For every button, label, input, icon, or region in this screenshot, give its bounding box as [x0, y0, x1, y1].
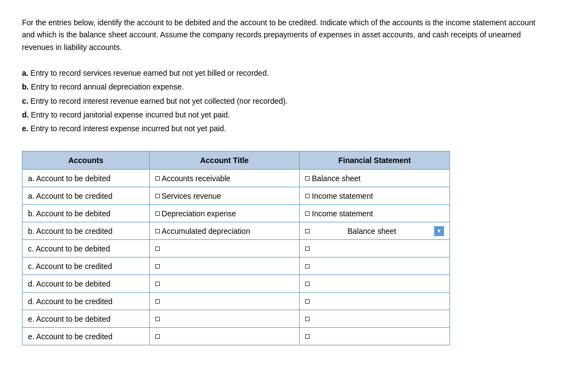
title-input[interactable]	[162, 315, 294, 323]
input-indicator-icon	[305, 264, 310, 268]
input-indicator-icon	[305, 211, 310, 216]
title-cell[interactable]	[149, 328, 300, 345]
input-indicator-icon	[305, 334, 310, 339]
entry-a: a. Entry to record services revenue earn…	[22, 66, 540, 80]
input-indicator-icon	[305, 247, 310, 251]
col-header-financial-statement: Financial Statement	[300, 152, 450, 170]
input-indicator-icon	[155, 264, 160, 268]
statement-input[interactable]	[312, 279, 444, 288]
table-row: b. Account to be debitedDepreciation exp…	[23, 205, 450, 222]
table-row: d. Account to be credited	[23, 293, 450, 310]
input-indicator-icon	[305, 194, 310, 198]
input-indicator-icon	[155, 299, 160, 304]
input-indicator-icon	[305, 229, 310, 233]
account-cell: c. Account to be credited	[23, 257, 150, 275]
title-value: Depreciation expense	[162, 209, 236, 218]
title-cell[interactable]	[149, 275, 300, 293]
statement-value: Income statement	[312, 192, 373, 200]
input-indicator-icon	[305, 282, 310, 286]
statement-cell[interactable]	[300, 240, 450, 257]
title-value: Accounts receivable	[162, 174, 231, 183]
statement-input[interactable]	[312, 332, 444, 341]
input-indicator-icon	[305, 299, 310, 304]
statement-value: Income statement	[312, 209, 373, 218]
col-header-account-title: Account Title	[149, 152, 300, 170]
title-cell: Depreciation expense	[149, 205, 300, 222]
account-cell: e. Account to be debited	[23, 310, 150, 328]
statement-cell[interactable]: Balance sheet▼	[300, 222, 450, 240]
entry-b: b. Entry to record annual depreciation e…	[22, 80, 540, 94]
title-cell: Accounts receivable	[149, 170, 300, 187]
title-input[interactable]	[162, 279, 294, 288]
input-indicator-icon	[305, 176, 310, 181]
col-header-accounts: Accounts	[23, 152, 150, 170]
statement-cell[interactable]	[300, 310, 450, 328]
input-indicator-icon	[155, 229, 160, 233]
input-indicator-icon	[155, 334, 160, 339]
input-indicator-icon	[155, 176, 160, 181]
table-row: e. Account to be credited	[23, 328, 450, 345]
title-cell[interactable]	[149, 240, 300, 257]
table-row: e. Account to be debited	[23, 310, 450, 328]
statement-input[interactable]	[312, 315, 444, 323]
account-cell: b. Account to be debited	[23, 205, 150, 222]
entry-c: c. Entry to record interest revenue earn…	[22, 94, 540, 108]
title-cell[interactable]	[149, 310, 300, 328]
title-input[interactable]	[162, 297, 294, 306]
title-cell: Services revenue	[149, 187, 300, 205]
statement-cell[interactable]	[300, 275, 450, 293]
input-indicator-icon	[155, 317, 160, 321]
account-cell: c. Account to be debited	[23, 240, 150, 257]
account-cell: a. Account to be debited	[23, 170, 150, 187]
table-row: b. Account to be creditedAccumulated dep…	[23, 222, 450, 240]
accounting-table: Accounts Account Title Financial Stateme…	[22, 151, 450, 345]
title-cell[interactable]	[149, 257, 300, 275]
title-value: Accumulated depreciation	[162, 227, 250, 236]
statement-input[interactable]	[312, 262, 444, 271]
table-row: a. Account to be debitedAccounts receiva…	[23, 170, 450, 187]
statement-input[interactable]	[312, 297, 444, 306]
title-input[interactable]	[162, 332, 294, 341]
title-cell[interactable]	[149, 293, 300, 310]
input-indicator-icon	[155, 282, 160, 286]
statement-value: Balance sheet	[312, 174, 361, 183]
statement-cell: Income statement	[300, 205, 450, 222]
table-row: c. Account to be credited	[23, 257, 450, 275]
input-indicator-icon	[155, 211, 160, 216]
table-row: a. Account to be creditedServices revenu…	[23, 187, 450, 205]
title-input[interactable]	[162, 244, 294, 253]
input-indicator-icon	[155, 194, 160, 198]
title-value: Services revenue	[162, 192, 221, 200]
statement-cell: Balance sheet	[300, 170, 450, 187]
statement-cell[interactable]	[300, 328, 450, 345]
entry-d: d. Entry to record janitorial expense in…	[22, 108, 540, 122]
dropdown-arrow-icon[interactable]: ▼	[434, 226, 444, 236]
account-cell: b. Account to be credited	[23, 222, 150, 240]
account-cell: a. Account to be credited	[23, 187, 150, 205]
account-cell: d. Account to be debited	[23, 275, 150, 293]
account-cell: e. Account to be credited	[23, 328, 150, 345]
statement-input[interactable]	[312, 244, 444, 253]
input-indicator-icon	[155, 247, 160, 251]
table-row: c. Account to be debited	[23, 240, 450, 257]
statement-cell[interactable]	[300, 257, 450, 275]
input-indicator-icon	[305, 317, 310, 321]
instructions-paragraph: For the entries below, identify the acco…	[22, 16, 540, 53]
account-cell: d. Account to be credited	[23, 293, 150, 310]
entries-list: a. Entry to record services revenue earn…	[22, 66, 540, 136]
title-input[interactable]	[162, 262, 294, 271]
statement-cell: Income statement	[300, 187, 450, 205]
statement-value: Balance sheet	[347, 227, 396, 236]
statement-cell[interactable]	[300, 293, 450, 310]
table-row: d. Account to be debited	[23, 275, 450, 293]
title-cell: Accumulated depreciation	[149, 222, 300, 240]
entry-e: e. Entry to record interest expense incu…	[22, 122, 540, 136]
